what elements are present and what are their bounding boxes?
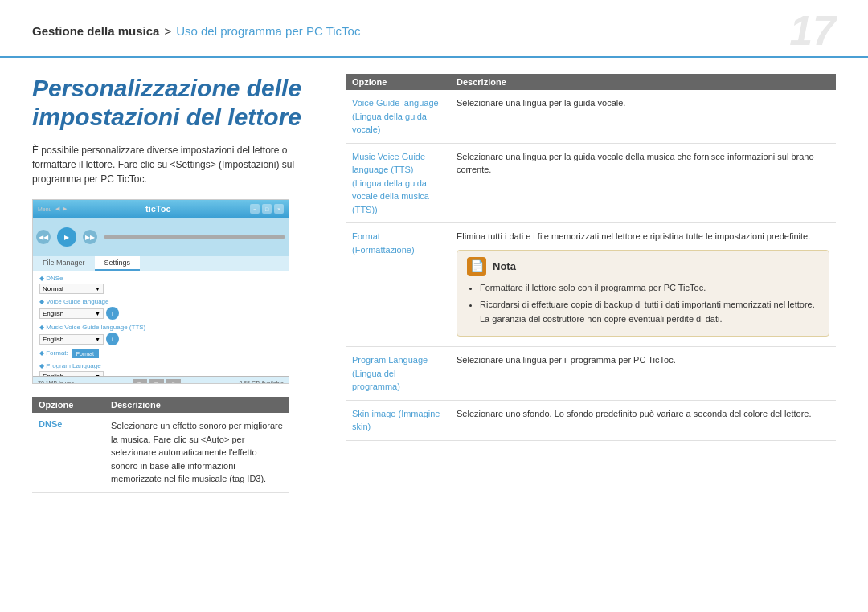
voice-guide-option: Voice Guide language (Lingua della guida… xyxy=(346,90,450,143)
note-bullet-1: Formattare il lettore solo con il progra… xyxy=(480,281,819,296)
format-setting: ◆ Format: Format xyxy=(39,349,282,358)
program-language-setting: ◆ Program Language English ▼ xyxy=(39,362,282,376)
tab-file-manager[interactable]: File Manager xyxy=(33,256,95,271)
maximize-btn[interactable]: □ xyxy=(262,204,272,214)
right-col1-header: Opzione xyxy=(346,74,450,90)
intro-text: È possibile personalizzare diverse impos… xyxy=(32,143,321,186)
dnse-setting: ◆ DNSe Normal ▼ xyxy=(39,275,282,294)
music-voice-select[interactable]: English ▼ xyxy=(39,334,104,345)
music-voice-guide-row: Music Voice Guide language (TTS) (Lingua… xyxy=(346,144,836,224)
tictoc-titlebar: Menu ◀ ▶ ticToc − □ × xyxy=(33,200,289,218)
dnse-select[interactable]: Normal ▼ xyxy=(39,284,104,294)
program-language-row: Program Language (Lingua del programma) … xyxy=(346,347,836,401)
right-column: Opzione Descrizione Voice Guide language… xyxy=(346,74,836,493)
footer-usage: 70.1MB In use xyxy=(38,381,74,384)
voice-guide-select[interactable]: English ▼ xyxy=(39,308,104,319)
play-btn[interactable]: ▶ xyxy=(57,227,76,247)
voice-guide-setting: ◆ Voice Guide language English ▼ i xyxy=(39,298,282,320)
tab-settings[interactable]: Settings xyxy=(95,256,141,271)
tictoc-title: ticToc xyxy=(145,204,171,214)
format-button[interactable]: Format xyxy=(72,349,99,358)
note-header: 📄 Nota xyxy=(467,257,819,276)
breadcrumb: Gestione della musica > Uso del programm… xyxy=(32,24,360,38)
music-voice-option: Music Voice Guide language (TTS) (Lingua… xyxy=(346,144,450,223)
tictoc-footer: 70.1MB In use ⊞ ⊟ ◉ 3.65 GB Available xyxy=(33,376,289,384)
format-option: Format (Formattazione) xyxy=(346,223,450,263)
right-col2-header: Descrizione xyxy=(450,74,836,90)
program-language-option: Program Language (Lingua del programma) xyxy=(346,347,450,400)
note-title: Nota xyxy=(493,259,516,275)
footer-btn-2[interactable]: ⊟ xyxy=(149,379,164,385)
breadcrumb-bold: Gestione della musica xyxy=(32,24,159,38)
main-content: Personalizzazione delle impostazioni del… xyxy=(0,58,868,509)
left-column: Personalizzazione delle impostazioni del… xyxy=(32,74,321,493)
format-desc-col: Elimina tutti i dati e i file memorizzat… xyxy=(450,223,836,346)
page-number: 17 xyxy=(789,10,836,51)
music-voice-label: ◆ Music Voice Guide language (TTS) xyxy=(39,324,282,331)
breadcrumb-link: Uso del programma per PC TicToc xyxy=(176,24,360,38)
voice-guide-info[interactable]: i xyxy=(106,307,119,320)
note-icon: 📄 xyxy=(467,257,486,276)
voice-guide-row: Voice Guide language (Lingua della guida… xyxy=(346,90,836,144)
dnse-label: ◆ DNSe xyxy=(39,275,282,282)
note-bullet-2: Ricordarsi di effettuare copie di backup… xyxy=(480,298,819,326)
format-desc-text: Elimina tutti i dati e i file memorizzat… xyxy=(457,230,829,243)
music-voice-info[interactable]: i xyxy=(106,333,119,345)
tictoc-player: ◀◀ ▶ ▶▶ xyxy=(33,218,289,256)
format-row: Format (Formattazione) Elimina tutti i d… xyxy=(346,223,836,347)
close-btn[interactable]: × xyxy=(274,204,284,214)
left-col1-header: Opzione xyxy=(32,397,104,413)
tictoc-tabs: File Manager Settings xyxy=(33,256,289,271)
note-content: Formattare il lettore solo con il progra… xyxy=(467,281,819,327)
screenshot-box: Menu ◀ ▶ ticToc − □ × ◀◀ ▶ ▶▶ xyxy=(32,199,289,384)
left-table: Opzione Descrizione DNSe Selezionare un … xyxy=(32,397,289,493)
next-btn[interactable]: ▶▶ xyxy=(83,230,97,244)
top-header: Gestione della musica > Uso del programm… xyxy=(0,0,868,58)
minimize-btn[interactable]: − xyxy=(250,204,260,214)
program-language-label: ◆ Program Language xyxy=(39,362,282,369)
tictoc-controls: − □ × xyxy=(250,204,284,214)
left-table-header: Opzione Descrizione xyxy=(32,397,289,413)
left-col2-header: Descrizione xyxy=(104,397,289,413)
voice-guide-label: ◆ Voice Guide language xyxy=(39,298,282,305)
skin-image-option: Skin image (Immagine skin) xyxy=(346,401,450,440)
prev-btn[interactable]: ◀◀ xyxy=(36,230,51,244)
dnse-option: DNSe xyxy=(32,413,104,492)
footer-btn-3[interactable]: ◉ xyxy=(166,379,181,385)
player-progress xyxy=(104,235,285,239)
program-language-desc: Selezionare una lingua per il programma … xyxy=(450,347,836,373)
dnse-description: Selezionare un effetto sonoro per miglio… xyxy=(104,413,289,492)
music-voice-setting: ◆ Music Voice Guide language (TTS) Engli… xyxy=(39,324,282,345)
breadcrumb-separator: > xyxy=(164,24,171,38)
tictoc-settings: ◆ DNSe Normal ▼ ◆ Voice Guide language E… xyxy=(33,271,289,376)
note-box: 📄 Nota Formattare il lettore solo con il… xyxy=(457,250,829,337)
format-label: ◆ Format: xyxy=(39,349,68,357)
footer-available: 3.65 GB Available xyxy=(239,381,284,384)
skin-image-desc: Selezionare uno sfondo. Lo sfondo predef… xyxy=(450,401,836,427)
footer-buttons: ⊞ ⊟ ◉ xyxy=(133,379,181,385)
table-row: DNSe Selezionare un effetto sonoro per m… xyxy=(32,413,289,493)
music-voice-desc: Selezionare una lingua per la guida voca… xyxy=(450,144,836,183)
tictoc-ui: Menu ◀ ▶ ticToc − □ × ◀◀ ▶ ▶▶ xyxy=(33,200,289,383)
page-title: Personalizzazione delle impostazioni del… xyxy=(32,74,321,132)
footer-btn-1[interactable]: ⊞ xyxy=(133,379,147,385)
voice-guide-desc: Selezionare una lingua per la guida voca… xyxy=(450,90,836,116)
skin-image-row: Skin image (Immagine skin) Selezionare u… xyxy=(346,401,836,441)
right-table-header: Opzione Descrizione xyxy=(346,74,836,90)
right-table: Opzione Descrizione Voice Guide language… xyxy=(346,74,836,441)
